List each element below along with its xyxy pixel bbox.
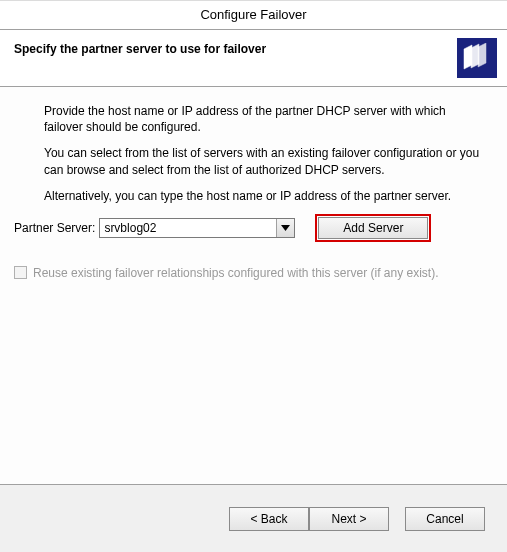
- wizard-header: Specify the partner server to use for fa…: [0, 29, 507, 87]
- page-heading: Specify the partner server to use for fa…: [14, 30, 266, 56]
- partner-server-input[interactable]: [100, 219, 276, 237]
- intro-paragraph-1: Provide the host name or IP address of t…: [44, 103, 483, 135]
- reuse-relationships-checkbox: [14, 266, 27, 279]
- reuse-relationships-label: Reuse existing failover relationships co…: [33, 266, 439, 280]
- partner-server-row: Partner Server: Add Server: [44, 214, 483, 242]
- add-server-highlight: Add Server: [315, 214, 431, 242]
- partner-server-label: Partner Server:: [14, 221, 95, 235]
- wizard-content: Provide the host name or IP address of t…: [0, 87, 507, 485]
- cancel-button[interactable]: Cancel: [405, 507, 485, 531]
- next-button[interactable]: Next >: [309, 507, 389, 531]
- wizard-footer: < Back Next > Cancel: [0, 485, 507, 552]
- chevron-down-icon: [281, 225, 290, 231]
- partner-server-combobox[interactable]: [99, 218, 295, 238]
- window-title: Configure Failover: [0, 1, 507, 29]
- back-button[interactable]: < Back: [229, 507, 309, 531]
- servers-icon: [457, 38, 497, 78]
- partner-server-dropdown-button[interactable]: [276, 219, 294, 237]
- intro-paragraph-2: You can select from the list of servers …: [44, 145, 483, 177]
- reuse-relationships-row: Reuse existing failover relationships co…: [14, 266, 483, 280]
- add-server-button[interactable]: Add Server: [318, 217, 428, 239]
- intro-paragraph-3: Alternatively, you can type the host nam…: [44, 188, 483, 204]
- wizard-window: Configure Failover Specify the partner s…: [0, 0, 507, 552]
